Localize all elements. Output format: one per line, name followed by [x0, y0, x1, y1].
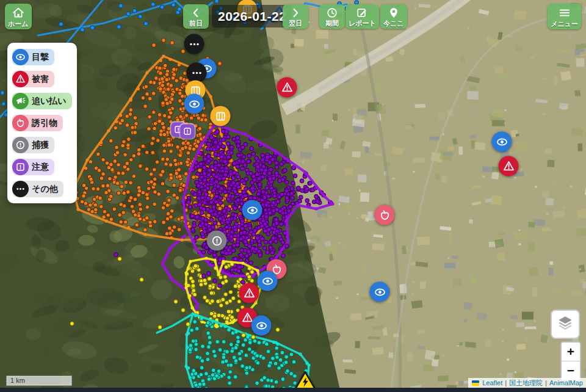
- clock-icon: [326, 7, 338, 19]
- layers-control-button[interactable]: [551, 310, 580, 339]
- dots-icon: [190, 66, 203, 79]
- observation-overlay: [0, 0, 586, 392]
- eye-icon: [261, 274, 274, 288]
- layers-icon: [557, 314, 574, 334]
- legend-item-label: 目撃: [32, 52, 49, 63]
- legend-item-capture[interactable]: 捕獲: [12, 137, 54, 153]
- legend-item-label: 注意: [32, 162, 49, 173]
- caution-icon: [12, 159, 29, 175]
- animalmap-link[interactable]: AnimalMap: [549, 378, 583, 388]
- legend-item-label: その他: [32, 184, 58, 195]
- legend-item-label: 誘引物: [32, 118, 57, 129]
- window-bottom-edge: [0, 388, 586, 392]
- marker-damage[interactable]: [499, 156, 519, 176]
- scale-bar: 1 km: [6, 376, 72, 386]
- marker-attractant[interactable]: [375, 205, 395, 225]
- apple-icon: [378, 208, 391, 222]
- marker-sighting[interactable]: [251, 316, 272, 336]
- legend-item-drive-away[interactable]: 追い払い: [12, 93, 72, 109]
- attribution-separator: |: [544, 378, 548, 388]
- warning-icon: [280, 81, 294, 94]
- dots-icon: [187, 37, 201, 51]
- legend-item-damage[interactable]: 被害: [12, 71, 54, 87]
- ukraine-flag-icon: [472, 380, 479, 386]
- pin-icon: [388, 7, 400, 19]
- eye-icon: [187, 97, 201, 111]
- marker-sighting[interactable]: [492, 132, 512, 152]
- blue-track-b-track[interactable]: [38, 1, 176, 35]
- marker-capture[interactable]: [207, 231, 227, 251]
- trap-icon: [214, 109, 227, 123]
- prev-day-label: 前日: [189, 20, 203, 27]
- marker-other[interactable]: [184, 34, 204, 54]
- capture-icon: [210, 234, 223, 247]
- eye-icon: [245, 203, 259, 217]
- legend-panel: 目撃 被害 追い払い 誘引物 捕獲 注意 その他: [7, 43, 77, 203]
- marker-sighting[interactable]: [184, 94, 204, 114]
- caution-icon: [183, 126, 193, 137]
- eye-icon: [255, 319, 268, 332]
- marker-other[interactable]: [187, 63, 207, 83]
- here-now-label: 今ここ: [383, 20, 404, 27]
- period-label: 期間: [325, 20, 339, 27]
- next-day-button[interactable]: 翌日: [283, 4, 308, 29]
- gsi-link[interactable]: 国土地理院: [509, 378, 543, 388]
- apple-icon: [12, 115, 29, 131]
- marker-damage[interactable]: [277, 78, 297, 98]
- legend-item-caution[interactable]: 注意: [12, 159, 54, 175]
- menu-button[interactable]: メニュー: [548, 4, 581, 29]
- marker-sighting[interactable]: [370, 282, 390, 302]
- legend-item-other[interactable]: その他: [12, 181, 63, 197]
- report-icon: [356, 7, 368, 19]
- eye-icon: [12, 49, 29, 65]
- home-button[interactable]: ホーム: [5, 4, 32, 29]
- marker-sighting[interactable]: [258, 271, 278, 291]
- chevron-right-icon: [289, 7, 302, 19]
- report-label: レポート: [349, 20, 376, 27]
- marker-sighting[interactable]: [242, 200, 262, 220]
- zoom-out-button[interactable]: −: [562, 361, 580, 380]
- next-day-label: 翌日: [289, 20, 302, 27]
- menu-icon: [558, 6, 571, 20]
- zoom-in-button[interactable]: +: [562, 343, 580, 361]
- marker-trap[interactable]: [211, 106, 231, 126]
- current-date: 2026-01-22: [212, 5, 292, 27]
- attribution-separator: |: [504, 378, 507, 388]
- legend-item-sighting[interactable]: 目撃: [12, 49, 54, 65]
- period-button[interactable]: 期間: [319, 4, 345, 29]
- eye-icon: [495, 135, 508, 148]
- zoom-control: + −: [560, 341, 581, 381]
- report-button[interactable]: レポート: [345, 4, 379, 29]
- eye-icon: [373, 285, 386, 299]
- here-now-button[interactable]: 今ここ: [380, 4, 407, 29]
- warning-icon: [242, 286, 256, 300]
- marker-caution[interactable]: [181, 125, 195, 139]
- home-icon: [12, 6, 25, 20]
- marker-damage[interactable]: [239, 283, 259, 303]
- purple-trail-track[interactable]: [162, 236, 198, 315]
- prev-day-button[interactable]: 前日: [183, 4, 209, 29]
- chevron-left-icon: [190, 7, 202, 19]
- legend-item-attractant[interactable]: 誘引物: [12, 115, 63, 131]
- animalmap-app: ホーム 前日 2026-01-22 翌日 期間 レポート 今ここ: [0, 0, 586, 392]
- home-button-label: ホーム: [8, 20, 29, 27]
- legend-item-label: 被害: [32, 74, 49, 85]
- megaphone-icon: [12, 93, 29, 109]
- capture-icon: [12, 137, 29, 153]
- attribution: Leaflet | 国土地理院 | AnimalMap: [468, 378, 586, 388]
- menu-button-label: メニュー: [551, 20, 578, 27]
- leaflet-link[interactable]: Leaflet: [482, 378, 502, 388]
- dots-icon: [12, 181, 29, 197]
- legend-item-label: 捕獲: [32, 140, 49, 151]
- warning-icon: [502, 159, 515, 173]
- warning-icon: [12, 71, 29, 87]
- legend-item-label: 追い払い: [32, 96, 67, 107]
